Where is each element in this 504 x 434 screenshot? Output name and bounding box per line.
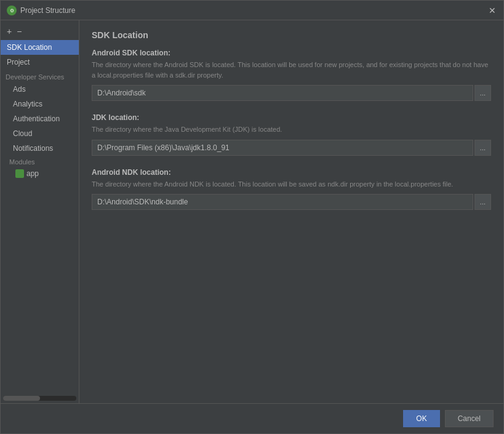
sidebar-item-cloud[interactable]: Cloud bbox=[1, 126, 79, 141]
jdk-browse-button[interactable]: ... bbox=[474, 140, 491, 156]
android-ndk-description: The directory where the Android NDK is l… bbox=[92, 179, 491, 190]
close-button[interactable]: ✕ bbox=[487, 6, 497, 15]
jdk-section: JDK location: The directory where the Ja… bbox=[92, 113, 491, 156]
android-ndk-section: Android NDK location: The directory wher… bbox=[92, 168, 491, 211]
android-ndk-input[interactable] bbox=[92, 194, 473, 210]
sidebar-item-ads[interactable]: Ads bbox=[1, 82, 79, 97]
sidebar-item-sdk-location[interactable]: SDK Location bbox=[1, 40, 79, 55]
android-sdk-description: The directory where the Android SDK is l… bbox=[92, 60, 491, 80]
dialog-icon: ⚙ bbox=[7, 6, 17, 15]
sidebar: + − SDK Location Project Developer Servi… bbox=[1, 20, 79, 403]
title-bar: ⚙ Project Structure ✕ bbox=[1, 1, 503, 20]
android-sdk-label: Android SDK location: bbox=[92, 49, 491, 57]
scrollbar-thumb bbox=[3, 396, 40, 401]
jdk-input-row: ... bbox=[92, 140, 491, 156]
dialog-title: Project Structure bbox=[20, 6, 75, 15]
jdk-label: JDK location: bbox=[92, 113, 491, 122]
add-button[interactable]: + bbox=[6, 26, 13, 36]
sidebar-item-authentication[interactable]: Authentication bbox=[1, 111, 79, 126]
android-sdk-browse-button[interactable]: ... bbox=[474, 85, 491, 101]
ok-button[interactable]: OK bbox=[403, 410, 439, 427]
sidebar-item-project[interactable]: Project bbox=[1, 55, 79, 70]
sidebar-item-analytics[interactable]: Analytics bbox=[1, 97, 79, 111]
remove-button[interactable]: − bbox=[15, 26, 23, 36]
cancel-button[interactable]: Cancel bbox=[445, 410, 494, 427]
android-ndk-input-row: ... bbox=[92, 194, 491, 210]
android-sdk-section: Android SDK location: The directory wher… bbox=[92, 49, 491, 101]
svg-rect-2 bbox=[17, 171, 23, 176]
title-bar-left: ⚙ Project Structure bbox=[7, 6, 75, 15]
android-sdk-input-row: ... bbox=[92, 85, 491, 101]
content-area: + − SDK Location Project Developer Servi… bbox=[1, 20, 503, 403]
page-title: SDK Location bbox=[92, 30, 491, 40]
android-sdk-input[interactable] bbox=[92, 85, 473, 101]
sidebar-toolbar: + − bbox=[1, 23, 79, 40]
horizontal-scrollbar[interactable] bbox=[3, 396, 76, 401]
svg-rect-4 bbox=[20, 170, 22, 171]
jdk-description: The directory where the Java Development… bbox=[92, 124, 491, 135]
modules-header: Modules bbox=[1, 156, 79, 167]
sidebar-item-app[interactable]: app bbox=[1, 167, 79, 180]
android-ndk-label: Android NDK location: bbox=[92, 168, 491, 177]
dialog: ⚙ Project Structure ✕ + − SDK Location P… bbox=[0, 0, 504, 434]
sidebar-item-notifications[interactable]: Notifications bbox=[1, 141, 79, 156]
bottom-bar: OK Cancel bbox=[1, 403, 503, 433]
app-icon bbox=[15, 169, 24, 178]
android-ndk-browse-button[interactable]: ... bbox=[474, 194, 491, 210]
main-content: SDK Location Android SDK location: The d… bbox=[79, 20, 503, 403]
sidebar-item-developer-services: Developer Services bbox=[1, 70, 79, 82]
svg-rect-3 bbox=[18, 170, 19, 171]
svg-text:⚙: ⚙ bbox=[10, 8, 14, 14]
jdk-input[interactable] bbox=[92, 140, 473, 156]
